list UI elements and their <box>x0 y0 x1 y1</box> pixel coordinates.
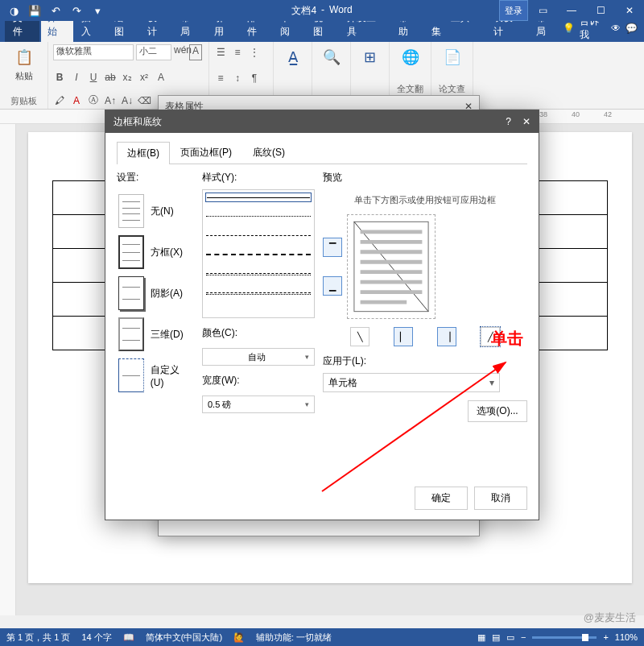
align-left-icon[interactable]: ≡ <box>214 72 227 84</box>
styles-icon: A̲ <box>282 46 304 68</box>
bullets-icon[interactable]: ☰ <box>214 47 227 58</box>
tab-border[interactable]: 边框(B) <box>117 142 170 164</box>
document-title: 文档4 <box>291 4 316 18</box>
apply-to-label: 应用于(L): <box>323 354 527 368</box>
ok-button[interactable]: 确定 <box>415 487 468 510</box>
italic-icon[interactable]: I <box>70 72 83 83</box>
grow-font-icon[interactable]: A↑ <box>104 95 117 106</box>
view-print-icon[interactable]: ▤ <box>492 632 500 643</box>
border-bottom-button[interactable]: ▁ <box>323 276 342 296</box>
undo-icon[interactable]: ↶ <box>47 2 64 19</box>
color-select[interactable]: 自动 <box>202 348 315 366</box>
style-label: 样式(Y): <box>202 171 315 184</box>
border-top-button[interactable]: ▔ <box>323 238 342 257</box>
cancel-button[interactable]: 取消 <box>474 487 527 510</box>
zoom-level[interactable]: 110% <box>615 632 638 642</box>
view-read-icon[interactable]: ▦ <box>477 632 485 643</box>
underline-icon[interactable]: U <box>87 72 100 83</box>
thesis-button[interactable]: 📄 <box>436 44 468 70</box>
border-left-button[interactable]: ▏ <box>394 327 413 346</box>
zoom-in-icon[interactable]: + <box>603 632 608 642</box>
fulltext-button[interactable]: 🌐 <box>394 44 426 70</box>
preview-diagram[interactable] <box>347 214 436 319</box>
style-dashed[interactable] <box>206 250 311 259</box>
style-dashdot[interactable] <box>206 269 311 279</box>
svg-line-1 <box>354 222 428 311</box>
setting-3d[interactable]: 三维(D) <box>117 315 194 354</box>
settings-label: 设置: <box>117 171 194 184</box>
dialog-help-icon[interactable]: ? <box>506 116 511 127</box>
styles-button[interactable]: A̲ <box>279 44 307 70</box>
qat-dropdown-icon[interactable]: ▾ <box>89 2 106 19</box>
close-icon[interactable]: ✕ <box>615 0 644 21</box>
app-name: Word <box>329 4 352 18</box>
zoom-slider[interactable] <box>532 636 597 639</box>
preview-hint: 单击下方图示或使用按钮可应用边框 <box>323 194 527 206</box>
watermark: @麦麦生活 <box>584 611 636 625</box>
addin-icon: ⊞ <box>359 46 382 68</box>
highlight-icon[interactable]: 🖍 <box>53 95 66 106</box>
accessibility-icon: 🙋 <box>233 632 245 643</box>
language-status[interactable]: 简体中文(中国大陆) <box>146 632 222 644</box>
page-status[interactable]: 第 1 页，共 1 页 <box>6 632 70 644</box>
color-label: 颜色(C): <box>202 326 315 340</box>
style-dotted[interactable] <box>206 211 311 221</box>
strike-icon[interactable]: ab <box>104 72 117 83</box>
superscript-icon[interactable]: x² <box>138 72 151 83</box>
comments-icon[interactable]: 💬 <box>625 23 638 34</box>
diag-down-button[interactable]: ╲ <box>350 327 369 346</box>
width-label: 宽度(W): <box>202 374 315 387</box>
tab-shading[interactable]: 底纹(S) <box>242 141 295 164</box>
shrink-font-icon[interactable]: A↓ <box>121 95 134 106</box>
login-button[interactable]: 登录 <box>499 0 528 21</box>
style-list[interactable] <box>202 189 315 318</box>
window-titlebar: ◑ 💾 ↶ ↷ ▾ 文档4 - Word 登录 ▭ — ☐ ✕ <box>0 0 644 21</box>
accessibility-status[interactable]: 辅助功能: 一切就绪 <box>256 632 332 644</box>
apply-to-select[interactable]: 单元格 <box>323 373 500 392</box>
autosave-icon[interactable]: ◑ <box>5 2 23 19</box>
numbering-icon[interactable]: ≡ <box>231 47 244 58</box>
paste-button[interactable]: 📋 粘贴 <box>5 44 43 84</box>
text-effects-icon[interactable]: A <box>155 72 167 83</box>
annotation-text: 单击 <box>491 328 523 350</box>
save-icon[interactable]: 💾 <box>26 2 43 19</box>
maximize-icon[interactable]: ☐ <box>586 0 615 21</box>
pinyin-icon[interactable]: wén <box>174 44 187 60</box>
word-count[interactable]: 14 个字 <box>81 632 111 644</box>
tab-page-border[interactable]: 页面边框(P) <box>170 141 242 164</box>
dialog-title: 边框和底纹 <box>114 115 162 129</box>
font-name-select[interactable]: 微软雅黑 <box>53 44 134 60</box>
font-color-icon[interactable]: A <box>70 95 83 106</box>
setting-shadow[interactable]: 阴影(A) <box>117 274 194 313</box>
dialog-close-icon[interactable]: ✕ <box>522 116 530 127</box>
setting-none[interactable]: 无(N) <box>117 192 194 230</box>
status-bar: 第 1 页，共 1 页 14 个字 📖 简体中文(中国大陆) 🙋 辅助功能: 一… <box>0 628 644 646</box>
sort-icon[interactable]: ↕ <box>231 72 244 84</box>
preview-label: 预览 <box>323 171 527 184</box>
ribbon-display-icon[interactable]: ▭ <box>528 0 557 21</box>
editing-button[interactable]: 🔍 <box>317 44 345 70</box>
options-button[interactable]: 选项(O)... <box>468 400 527 422</box>
zoom-out-icon[interactable]: − <box>521 632 526 642</box>
width-select[interactable]: 0.5 磅 <box>202 395 315 413</box>
addin-button[interactable]: ⊞ <box>356 44 384 70</box>
style-dashed-s[interactable] <box>206 230 311 240</box>
char-shading-icon[interactable]: Ⓐ <box>87 93 100 107</box>
style-dashdotdot[interactable] <box>206 288 311 298</box>
border-right-button[interactable]: ▕ <box>437 327 456 346</box>
minimize-icon[interactable]: — <box>557 0 586 21</box>
clipboard-icon: 📋 <box>13 46 35 68</box>
share-icon[interactable]: 👁 <box>611 23 621 34</box>
marks-icon[interactable]: ¶ <box>248 72 261 84</box>
subscript-icon[interactable]: x₂ <box>121 72 134 83</box>
redo-icon[interactable]: ↷ <box>68 2 85 19</box>
setting-custom[interactable]: 自定义(U) <box>117 356 194 395</box>
font-size-select[interactable]: 小二 <box>136 44 171 60</box>
char-border-icon[interactable]: A <box>189 44 202 60</box>
multilevel-icon[interactable]: ⋮ <box>248 47 261 58</box>
setting-box[interactable]: 方框(X) <box>117 233 194 271</box>
view-web-icon[interactable]: ▭ <box>506 632 514 643</box>
clear-format-icon[interactable]: ⌫ <box>138 95 151 106</box>
style-solid[interactable] <box>205 193 312 202</box>
bold-icon[interactable]: B <box>53 72 66 83</box>
